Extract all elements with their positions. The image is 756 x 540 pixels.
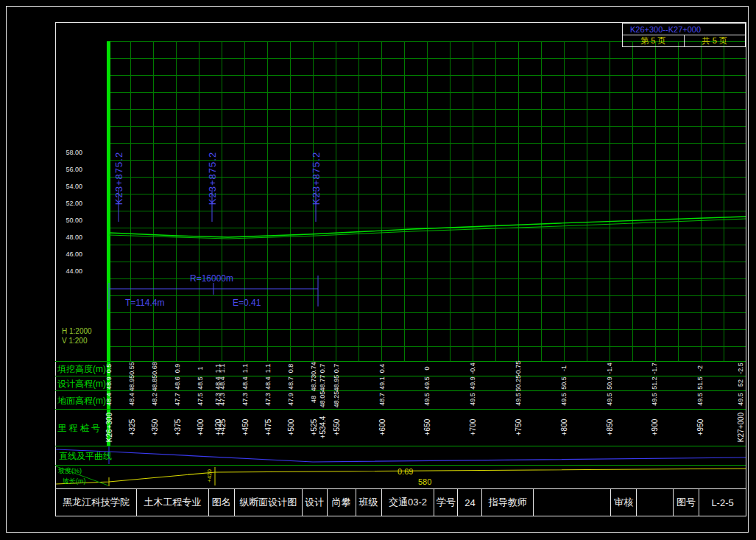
station-value: +375 <box>173 419 181 436</box>
fill-value: -0.75 <box>515 361 522 376</box>
fill-value: -1.4 <box>606 362 613 374</box>
fill-value: -1.7 <box>651 362 658 374</box>
design-elevation-value: 49.1 <box>378 376 386 390</box>
titleblock-cell: 黑龙江科技学院 <box>56 489 137 516</box>
ground-elevation-value: 48.4 <box>128 393 135 406</box>
profile-drawing-page: 58.0056.0054.0052.0050.0048.0046.0044.00… <box>0 0 756 540</box>
horizontal-scale-label: H 1:2000 <box>62 327 92 335</box>
fill-value: 0.9 <box>174 364 181 374</box>
ground-elevation-value: 48.05 <box>319 391 326 408</box>
ground-elevation-value: 48.2 <box>151 393 158 406</box>
grade-length-value: 580 <box>418 477 431 486</box>
station-row-label: 里 程 桩 号 <box>57 422 100 435</box>
grade-value-label: 0.69 <box>398 467 413 476</box>
vertical-scale-label: V 1:200 <box>62 337 87 345</box>
row-divider <box>55 446 746 446</box>
station-value: +500 <box>287 419 295 436</box>
alignment-row-label: 直线及平曲线 <box>59 450 112 463</box>
station-value: +534.4 <box>318 416 326 439</box>
design-elevation-value: 48.4 <box>241 376 249 390</box>
design-elevation-value: 48.73 <box>310 375 317 392</box>
elevation-tick-label: 54.00 <box>56 183 82 190</box>
station-value: +425 <box>219 419 227 436</box>
page-total-label: 共 5 页 <box>684 35 746 46</box>
fill-value: 0 <box>423 366 431 370</box>
titleblock-cell: 图名 <box>209 489 235 516</box>
station-value: +450 <box>241 419 250 436</box>
ground-elevation-value: 47.9 <box>287 393 294 406</box>
fill-value: 1 <box>197 366 204 370</box>
row-divider <box>55 465 746 466</box>
design-elevation-value: 48.7 <box>287 376 294 390</box>
design-elevation-value: 48.95 <box>128 375 135 392</box>
station-value: +650 <box>423 419 431 436</box>
design-elevation-value: 50.25 <box>515 375 522 392</box>
page-current-label: 第 5 页 <box>623 35 684 46</box>
station-value: +350 <box>150 419 158 436</box>
design-elevation-value: 50.9 <box>606 376 613 390</box>
station-value: +600 <box>378 419 386 436</box>
ground-row-label: 地面高程(m) <box>57 395 106 407</box>
design-elevation-value: 48.4 <box>219 376 226 390</box>
ground-elevation-value: 48.25 <box>333 391 340 408</box>
fill-value: 0.4 <box>378 364 386 374</box>
design-elevation-value: 52 <box>737 379 744 387</box>
station-range-label: K26+300--K27+000 <box>623 25 701 34</box>
vertical-curve-point-label: K23+875.2 <box>113 152 124 205</box>
station-value: +525 <box>310 419 318 436</box>
station-value: +950 <box>696 419 704 436</box>
ground-elevation-value: 47.3 <box>219 393 226 406</box>
station-value: +900 <box>651 419 659 436</box>
design-elevation-value: 48.77 <box>319 375 326 392</box>
row-divider <box>55 390 746 391</box>
ground-elevation-value: 48.4 <box>105 393 113 406</box>
elevation-tick-label: 58.00 <box>56 149 82 156</box>
ground-elevation-value: 49.5 <box>560 393 568 406</box>
design-elevation-value: 48.4 <box>264 376 272 390</box>
titleblock-cell: 交通03-2 <box>382 489 435 516</box>
elevation-tick-label: 52.00 <box>56 200 82 207</box>
row-divider <box>55 361 746 362</box>
ground-elevation-value: 48 <box>310 396 317 403</box>
ground-elevation-value: 47.7 <box>174 393 181 406</box>
fill-value: 1.1 <box>241 364 249 374</box>
station-value: +325 <box>127 419 135 436</box>
fill-value: 0.8 <box>287 364 294 374</box>
ground-elevation-value: 49.5 <box>515 393 522 406</box>
design-elevation-value: 49.5 <box>423 376 431 390</box>
elevation-tick-label: 46.00 <box>56 250 82 258</box>
vertical-curve-point-label: K23+875.2 <box>311 152 322 205</box>
fill-value: -0.4 <box>469 362 476 374</box>
station-value: K26+300 <box>105 413 113 442</box>
fill-row-label: 填挖高度(m) <box>57 363 106 376</box>
station-value: K27+000 <box>737 413 745 442</box>
ground-elevation-value: 49.5 <box>737 393 744 406</box>
ground-elevation-value: 49.5 <box>423 393 431 406</box>
fill-value: -2 <box>696 365 704 371</box>
vertical-curve-point-label: K23+875.2 <box>207 152 218 205</box>
titleblock-cell: 设计 <box>303 489 328 516</box>
curve-tangent-label: T=114.4m <box>125 298 164 308</box>
station-value: +475 <box>264 419 272 436</box>
design-elevation-value: 49.9 <box>469 376 476 390</box>
fill-value: 0.55 <box>128 362 135 375</box>
titleblock-cell: 尚攀 <box>328 489 356 516</box>
ground-elevation-value: 47.3 <box>241 393 249 406</box>
titleblock-cell: 土木工程专业 <box>137 489 209 516</box>
design-elevation-value: 48.9 <box>105 376 113 390</box>
fill-value: 0.74 <box>310 362 317 375</box>
titleblock-cell: 24 <box>458 489 482 516</box>
titleblock: 黑龙江科技学院土木工程专业图名纵断面设计图设计尚攀班级交通03-2学号24指导教… <box>55 488 746 516</box>
station-value: +850 <box>605 419 613 436</box>
design-row-label: 设计高程(m) <box>57 378 106 390</box>
station-value: +800 <box>559 419 568 436</box>
ground-elevation-value: 49.5 <box>651 393 658 406</box>
elevation-tick-label: 50.00 <box>56 217 82 224</box>
ground-elevation-value: 49.5 <box>606 393 613 406</box>
ground-elevation-value: 47.5 <box>197 393 204 406</box>
profile-grid <box>107 41 746 361</box>
titleblock-cell: 指导教师 <box>482 489 534 516</box>
grade-length-row-label: 坡长(m) <box>63 477 86 486</box>
station-value: +750 <box>515 419 523 436</box>
design-elevation-value: 51.2 <box>651 376 658 390</box>
